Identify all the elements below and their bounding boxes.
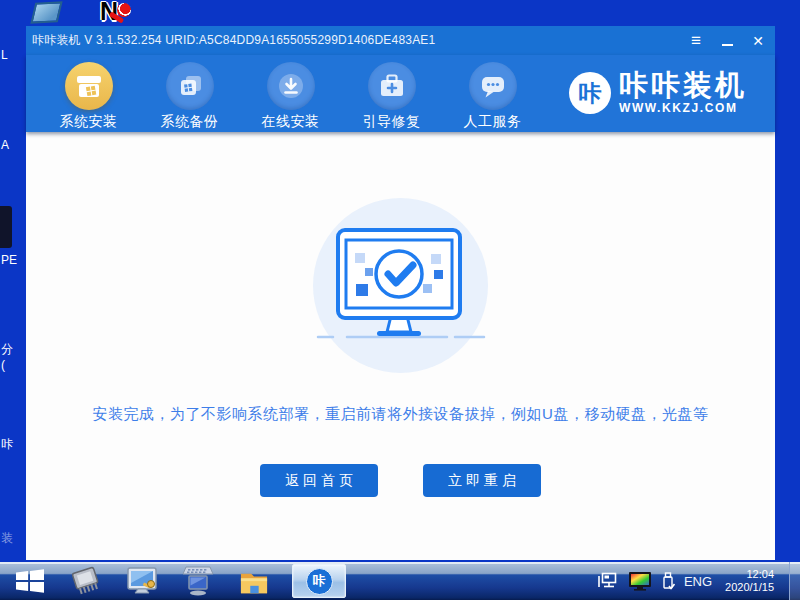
window-controls: ≡ ✕ [688, 33, 766, 49]
system-install-icon [65, 62, 113, 110]
nav-label: 系统备份 [161, 113, 219, 131]
nav-item-system-backup[interactable]: 系统备份 [139, 62, 240, 132]
desktop-shortcut-label[interactable]: ( [1, 358, 5, 372]
taskbar-remote-desktop-app-icon[interactable] [180, 565, 216, 597]
nav-bar: 系统安装 系统备份 [26, 55, 775, 132]
titlebar: 咔咔装机 V 3.1.532.254 URID:A5C84DD9A1655055… [26, 26, 775, 55]
restart-now-button[interactable]: 立即重启 [423, 464, 541, 497]
nav-item-online-install[interactable]: 在线安装 [240, 62, 341, 132]
nav-item-system-install[interactable]: 系统安装 [38, 62, 139, 132]
nav-label: 引导修复 [363, 113, 421, 131]
online-install-icon [267, 62, 315, 110]
nav-item-live-support[interactable]: 人工服务 [442, 62, 543, 132]
desktop: N L A PE 分 ( 咔 装 咔咔装机 V 3.1.532.254 URID… [0, 0, 800, 600]
nav-label: 系统安装 [60, 113, 118, 131]
language-indicator[interactable]: ENG [684, 574, 712, 589]
desktop-shortcut-label[interactable]: A [1, 138, 9, 152]
kaka-installer-window: 咔咔装机 V 3.1.532.254 URID:A5C84DD9A1655055… [26, 26, 775, 560]
taskbar: 咔 [0, 562, 800, 600]
kaka-app-icon: 咔 [306, 568, 333, 595]
logo-badge-icon: 咔 [569, 72, 611, 114]
nav-item-boot-repair[interactable]: 引导修复 [341, 62, 442, 132]
button-row: 返回首页 立即重启 [260, 464, 541, 497]
tray-time: 12:04 [725, 568, 774, 581]
brand-logo: 咔 咔咔装机 WWW.KKZJ.COM [569, 71, 747, 115]
brand-website: WWW.KKZJ.COM [619, 101, 747, 115]
start-button[interactable] [12, 566, 48, 596]
desktop-shortcut-label[interactable]: 分 [1, 341, 13, 358]
nav-label: 人工服务 [464, 113, 522, 131]
system-backup-icon [166, 62, 214, 110]
taskbar-kaka-app-button[interactable]: 咔 [292, 564, 346, 598]
window-title: 咔咔装机 V 3.1.532.254 URID:A5C84DD9A1655055… [32, 32, 688, 49]
show-desktop-button[interactable] [789, 562, 800, 600]
usb-safely-remove-icon[interactable] [661, 571, 675, 591]
taskbar-lock-monitor-app-icon[interactable] [124, 565, 160, 597]
desktop-shortcut-label[interactable]: 咔 [1, 436, 13, 453]
success-monitor-illustration [313, 198, 488, 373]
main-content: 安装完成，为了不影响系统部署，重启前请将外接设备拔掉，例如U盘，移动硬盘，光盘等… [26, 132, 775, 560]
windows-logo-icon [13, 567, 47, 595]
taskbar-file-explorer-icon[interactable] [236, 565, 272, 597]
live-support-icon [469, 62, 517, 110]
clock[interactable]: 12:04 2020/1/15 [725, 568, 774, 594]
desktop-n-key-shortcut-icon[interactable]: N [100, 0, 140, 28]
return-home-button[interactable]: 返回首页 [260, 464, 378, 497]
network-icon[interactable] [597, 572, 619, 590]
desktop-shortcut-partial-icon[interactable] [0, 206, 12, 248]
boot-repair-icon [368, 62, 416, 110]
desktop-shortcut-label[interactable]: PE [1, 253, 17, 267]
completion-message: 安装完成，为了不影响系统部署，重启前请将外接设备拔掉，例如U盘，移动硬盘，光盘等 [93, 405, 709, 424]
red-key-icon [117, 3, 131, 17]
system-tray: ENG 12:04 2020/1/15 [597, 562, 800, 600]
menu-icon[interactable]: ≡ [688, 33, 704, 49]
taskbar-chip-app-icon[interactable] [68, 565, 104, 597]
desktop-shortcut-label[interactable]: 装 [1, 530, 13, 547]
tray-date: 2020/1/15 [725, 581, 774, 594]
brand-name: 咔咔装机 [619, 71, 747, 100]
desktop-display-shortcut-icon[interactable] [30, 1, 62, 23]
logo-text: 咔咔装机 WWW.KKZJ.COM [619, 71, 747, 115]
display-color-icon[interactable] [628, 571, 652, 591]
desktop-shortcut-label[interactable]: L [1, 48, 8, 62]
minimize-icon[interactable] [719, 33, 735, 49]
close-icon[interactable]: ✕ [750, 33, 766, 49]
nav-label: 在线安装 [262, 113, 320, 131]
